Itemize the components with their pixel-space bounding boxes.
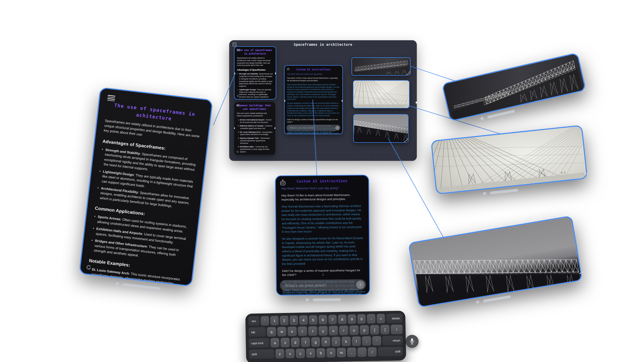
key-2[interactable]: 2 xyxy=(280,316,289,326)
key-g[interactable]: g xyxy=(311,337,320,347)
chat-input[interactable]: ↑ xyxy=(287,125,340,131)
image-thumbnail[interactable] xyxy=(353,114,409,143)
key-.[interactable]: . xyxy=(357,347,367,357)
key-x[interactable]: x xyxy=(286,349,295,358)
key-s[interactable]: s xyxy=(280,338,290,348)
chat-message-user: Hey there! I'd like to learn about Konra… xyxy=(281,193,363,202)
key-f[interactable]: f xyxy=(301,337,310,347)
note-card[interactable]: The use of spaceframes in achitecture Sp… xyxy=(234,46,276,100)
connector-handle[interactable] xyxy=(275,72,276,74)
key-5[interactable]: 5 xyxy=(309,315,317,325)
resize-handle[interactable] xyxy=(578,265,586,274)
send-button[interactable]: ↑ xyxy=(356,281,365,289)
window-close-button[interactable] xyxy=(306,298,309,301)
key-\[interactable]: \ xyxy=(391,325,403,334)
key-/[interactable]: / xyxy=(368,347,377,357)
key-l[interactable]: l xyxy=(352,336,361,346)
key-return[interactable]: return xyxy=(382,336,403,346)
key-'[interactable]: ' xyxy=(372,336,381,346)
key-n[interactable]: n xyxy=(327,348,336,358)
key-w[interactable]: w xyxy=(277,327,287,337)
chat-window[interactable]: Custom AI instructions Hey there! Welcom… xyxy=(275,175,370,302)
key-j[interactable]: j xyxy=(332,337,341,347)
mic-button[interactable] xyxy=(406,335,419,348)
send-button[interactable]: ↑ xyxy=(335,126,340,130)
key-z[interactable]: z xyxy=(275,349,285,359)
key-r[interactable]: r xyxy=(298,326,307,336)
list-item: Exhibition Halls - Commonly use spacefra… xyxy=(240,146,273,153)
refresh-icon[interactable] xyxy=(236,150,239,153)
connector-handle[interactable] xyxy=(416,102,418,104)
scroll-down-indicator[interactable]: ↓ xyxy=(322,272,324,277)
virtual-keyboard[interactable]: esc`1234567890-=deletetabqwertyuiop[]\ca… xyxy=(245,311,406,362)
key-v[interactable]: v xyxy=(306,348,315,358)
key-tab[interactable]: tab xyxy=(249,327,266,337)
key-;[interactable]: ; xyxy=(362,336,371,346)
key-a[interactable]: a xyxy=(270,338,279,348)
key--[interactable]: - xyxy=(367,314,376,324)
key-u[interactable]: u xyxy=(329,326,338,336)
key-[[interactable]: [ xyxy=(370,325,379,335)
canvas-board-window[interactable]: Spaceframes in architecture The use of s… xyxy=(229,40,417,161)
image-thumbnail[interactable] xyxy=(351,57,411,76)
window-drag-bar[interactable] xyxy=(313,298,341,301)
key-1[interactable]: 1 xyxy=(270,316,279,326)
window-drag-bar[interactable] xyxy=(123,283,160,290)
key-shift[interactable]: shift xyxy=(249,349,274,359)
key-6[interactable]: 6 xyxy=(318,315,327,325)
document-window[interactable]: The use of spaceframes in achitecture Sp… xyxy=(78,87,213,294)
key-e[interactable]: e xyxy=(288,327,297,336)
key-7[interactable]: 7 xyxy=(328,315,337,325)
key-4[interactable]: 4 xyxy=(299,315,308,325)
window-drag-bar[interactable] xyxy=(490,189,518,194)
key-t[interactable]: t xyxy=(308,326,317,336)
window-close-button[interactable] xyxy=(483,192,486,195)
paragraph: These examples highlight the versatility… xyxy=(237,155,273,155)
chat-input[interactable]: ↑ xyxy=(280,279,366,291)
key-8[interactable]: 8 xyxy=(338,314,346,324)
refresh-icon[interactable] xyxy=(236,95,239,97)
refresh-icon[interactable] xyxy=(85,264,92,271)
key-y[interactable]: y xyxy=(318,326,328,336)
board-title: Spaceframes in architecture xyxy=(229,42,417,47)
key-m[interactable]: m xyxy=(337,348,346,357)
key-b[interactable]: b xyxy=(316,348,326,358)
key-q[interactable]: q xyxy=(267,327,276,337)
key-caps lock[interactable]: caps lock xyxy=(249,338,269,348)
key-0[interactable]: 0 xyxy=(357,314,366,324)
window-close-button[interactable] xyxy=(115,282,119,285)
key-3[interactable]: 3 xyxy=(290,315,298,325)
key-h[interactable]: h xyxy=(321,337,330,347)
image-thumbnail[interactable] xyxy=(353,80,410,108)
window-close-button[interactable] xyxy=(476,300,479,304)
image-window-middle[interactable] xyxy=(431,125,588,200)
image-window-bottom[interactable] xyxy=(408,215,584,313)
key-d[interactable]: d xyxy=(291,338,300,347)
key-=[interactable]: = xyxy=(377,314,385,324)
image-window-top[interactable] xyxy=(441,52,588,127)
hamburger-menu-icon[interactable] xyxy=(107,95,115,102)
chat-input-field[interactable] xyxy=(284,282,356,288)
chat-card[interactable]: Custom AI instructions Hey there! Welcom… xyxy=(284,65,343,134)
key-,[interactable]: , xyxy=(347,348,356,357)
chat-input-field[interactable] xyxy=(289,126,335,129)
key-c[interactable]: c xyxy=(296,348,305,358)
key-k[interactable]: k xyxy=(342,337,351,346)
connector-handle[interactable] xyxy=(274,127,275,129)
window-close-button[interactable] xyxy=(480,117,484,120)
key-o[interactable]: o xyxy=(349,325,359,335)
list-card[interactable]: Famous buildings that use spaceframes He… xyxy=(234,102,275,155)
chat-card-title: Custom AI instructions xyxy=(287,68,340,71)
key-shift[interactable]: shift xyxy=(378,347,403,357)
document-body: Spaceframes are widely utilized in archi… xyxy=(84,118,201,287)
key-i[interactable]: i xyxy=(339,326,348,335)
key-p[interactable]: p xyxy=(360,325,369,335)
key-esc[interactable]: esc xyxy=(248,316,259,326)
resize-handle[interactable] xyxy=(582,81,591,90)
key-`[interactable]: ` xyxy=(261,316,269,326)
key-9[interactable]: 9 xyxy=(348,314,356,324)
resize-handle[interactable] xyxy=(584,166,592,174)
connector-handle[interactable] xyxy=(342,100,343,102)
key-][interactable]: ] xyxy=(380,325,390,335)
key-delete[interactable]: delete xyxy=(386,313,402,323)
